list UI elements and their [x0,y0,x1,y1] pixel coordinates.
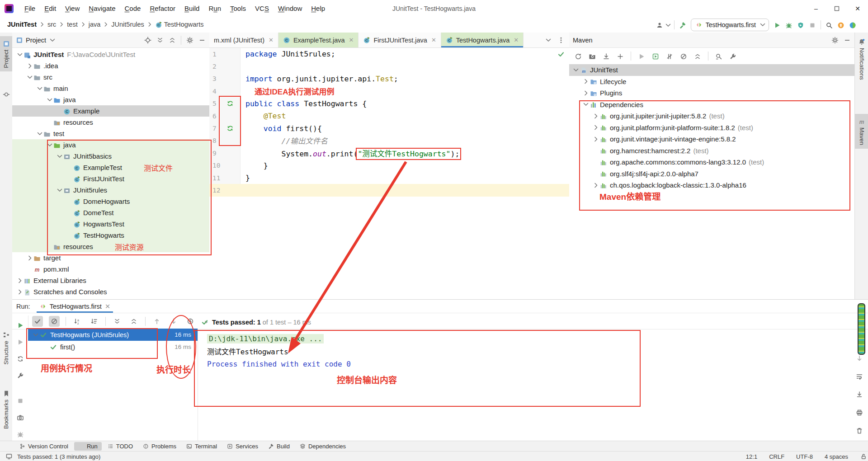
code-editor[interactable]: 1package JUnit5rules;23import org.junit.… [209,48,569,299]
tree-item-junittest[interactable]: JUnitTestF:\JavaCode\JUnitTest [12,49,209,60]
tree-chevron-down-icon[interactable] [16,51,24,58]
skip-tests-toggle[interactable] [666,52,673,60]
tool-window-button-build[interactable]: Build [264,442,294,451]
sort-by-duration-button[interactable] [89,316,99,327]
tree-item-src[interactable]: src [12,71,209,83]
run-tab[interactable]: TestHogwarts.first ✕ [37,300,113,313]
tree-chevron-right-icon[interactable] [592,182,599,189]
tree-chevron-right-icon[interactable] [582,78,590,85]
tree-chevron-down-icon[interactable] [36,130,43,137]
expand-all-tests-button[interactable] [112,316,123,327]
run-test-gutter-icon[interactable] [226,100,234,107]
project-settings-button[interactable] [186,36,193,44]
tree-item-testhogwarts[interactable]: CTestHogwarts [12,230,209,241]
menu-window[interactable]: Window [274,5,307,12]
tree-chevron-down-icon[interactable] [26,74,33,81]
show-ignored-toggle[interactable] [49,316,60,327]
add-maven-project-button[interactable] [617,52,624,60]
tool-window-button-version-control[interactable]: Version Control [15,442,72,451]
editor-tab-exampletest-java[interactable]: CExampleTest.java✕ [278,33,359,47]
select-opened-file-button[interactable] [144,36,151,44]
indent-style[interactable]: 4 spaces [825,453,848,460]
tree-item-java[interactable]: java [12,139,209,151]
toggle-offline-button[interactable] [680,52,687,60]
tree-item-target[interactable]: target [12,252,209,263]
editor-tab-testhogwarts-java[interactable]: CTestHogwarts.java✕ [441,33,524,47]
test-settings-button[interactable] [17,371,24,379]
tree-item-domehogwarts[interactable]: CDomeHogwarts [12,196,209,207]
maven-settings-wrench-button[interactable] [729,52,736,60]
run-maven-goal-button[interactable] [638,52,645,60]
menu-code[interactable]: Code [120,5,146,12]
tab-options-icon[interactable] [557,37,565,44]
maximize-button[interactable] [826,0,847,17]
rerun-button[interactable] [17,321,24,329]
rerun-failed-button[interactable] [17,338,24,346]
tree-chevron-down-icon[interactable] [56,153,63,160]
breadcrumb-item[interactable]: src [47,21,57,28]
build-project-button[interactable] [679,20,686,28]
scroll-down-button[interactable] [856,354,863,362]
scroll-to-end-button[interactable] [856,390,863,398]
notifications-tool-tab[interactable]: Notifications [855,38,868,80]
minimize-button[interactable]: – [806,0,826,17]
tree-item-exampletest[interactable]: CExampleTest测试文件 [12,162,209,173]
tree-item-resources[interactable]: resources测试资源 [12,241,209,252]
sort-alphabetically-button[interactable]: az [72,316,83,327]
generate-sources-button[interactable] [589,52,596,60]
tree-item-junit5basics[interactable]: JUnit5basics [12,151,209,162]
menu-run[interactable]: Run [204,5,226,12]
breadcrumb-item[interactable]: JUnitTest [6,21,38,28]
tree-chevron-right-icon[interactable] [26,62,33,70]
debug-button[interactable] [785,20,793,28]
menu-file[interactable]: File [20,5,40,12]
breadcrumb-item[interactable]: JUnit5rules [110,21,145,28]
tree-chevron-right-icon[interactable] [592,113,599,120]
soft-wrap-toggle[interactable] [856,372,863,380]
read-only-toggle[interactable] [860,453,867,461]
tree-item-junit5rules[interactable]: JUnit5rules [12,184,209,196]
tree-item-firstjunittest[interactable]: CFirstJUnitTest [12,173,209,184]
next-failed-test-button[interactable] [168,316,179,327]
editor-tab-firstjunittest-java[interactable]: CFirstJUnitTest.java✕ [359,33,441,47]
thread-dump-button[interactable] [17,413,24,421]
maven-item[interactable]: Dependencies [569,99,854,111]
test-history-button[interactable] [185,316,196,327]
expand-all-button[interactable] [156,36,164,44]
maven-item[interactable]: Lifecycle [569,76,854,88]
maven-collapse-all-button[interactable] [694,52,701,60]
caret-position[interactable]: 12:1 [746,453,757,460]
tree-item-test[interactable]: test [12,128,209,139]
maven-settings-button[interactable] [831,36,839,44]
maven-item[interactable]: ch.qos.logback:logback-classic:1.3.0-alp… [569,179,854,191]
run-test-gutter-icon[interactable] [226,125,234,132]
tree-chevron-down-icon[interactable] [46,96,53,103]
maven-item[interactable]: mJUnitTest [569,64,854,76]
hide-maven-panel-button[interactable] [844,36,851,44]
tool-window-button-todo[interactable]: TODO [104,442,137,451]
maven-item[interactable]: org.junit.vintage:junit-vintage-engine:5… [569,133,854,145]
tree-chevron-down-icon[interactable] [56,187,63,194]
tree-item-java[interactable]: java [12,94,209,105]
breadcrumb-item[interactable]: C TestHogwarts [154,21,205,28]
search-everywhere-button[interactable] [826,20,833,28]
tree-chevron-down-icon[interactable] [582,101,590,108]
user-menu-button[interactable] [656,20,670,28]
close-tab-icon[interactable]: ✕ [349,37,354,43]
tree-item-external libraries[interactable]: External Libraries [12,275,209,286]
breadcrumb-item[interactable]: test [66,21,78,28]
tree-chevron-down-icon[interactable] [572,66,580,74]
run-configuration-select[interactable]: TestHogwarts.first [691,19,769,31]
menu-navigate[interactable]: Navigate [84,5,120,12]
close-tab-icon[interactable]: ✕ [269,37,274,43]
tree-item-dometest[interactable]: CDomeTest [12,207,209,218]
download-sources-button[interactable] [603,52,610,60]
menu-build[interactable]: Build [180,5,204,12]
tree-item-hogwartstest[interactable]: CHogwartsTest [12,218,209,230]
run-with-coverage-button[interactable] [797,20,804,28]
tree-chevron-down-icon[interactable] [32,331,39,339]
run-button[interactable] [774,20,781,28]
breadcrumb-item[interactable]: java [88,21,102,28]
structure-tool-tab[interactable]: Structure [0,331,12,364]
bookmarks-tool-tab[interactable]: Bookmarks [0,390,12,429]
